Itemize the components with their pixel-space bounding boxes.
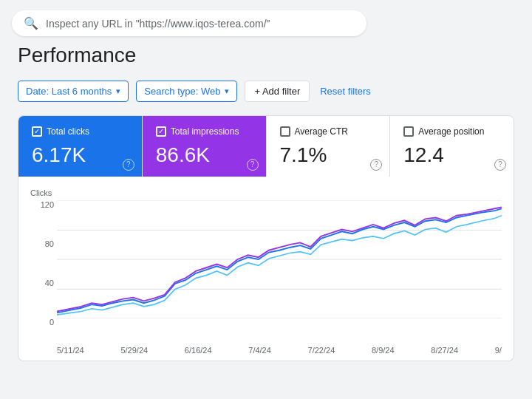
chart-canvas: 120 80 40 0: [30, 200, 502, 344]
filters-row: Date: Last 6 months ▾ Search type: Web ▾…: [18, 81, 514, 102]
metric-value-impressions: 86.6K: [156, 143, 253, 168]
metric-label-position: Average position: [418, 126, 484, 137]
metric-header-ctr: Average CTR: [280, 126, 377, 137]
metric-header-clicks: Total clicks: [32, 126, 129, 137]
help-icon-clicks[interactable]: ?: [123, 159, 134, 171]
x-tick-6: 8/9/24: [372, 346, 395, 355]
reset-filters-button[interactable]: Reset filters: [317, 81, 374, 101]
date-filter-button[interactable]: Date: Last 6 months ▾: [18, 81, 129, 102]
metric-checkbox-ctr[interactable]: [280, 126, 290, 137]
x-tick-8: 9/: [495, 346, 502, 355]
metric-card-average-ctr[interactable]: Average CTR 7.1% ?: [267, 116, 391, 177]
main-content: Performance Date: Last 6 months ▾ Search…: [0, 44, 532, 373]
chart-y-label: Clicks: [30, 188, 502, 197]
metric-value-position: 12.4: [403, 143, 500, 168]
search-icon: 🔍: [24, 16, 38, 30]
metric-checkbox-clicks[interactable]: [32, 126, 42, 137]
chevron-down-icon: ▾: [225, 86, 229, 96]
y-tick-40: 40: [45, 279, 54, 287]
help-icon-position[interactable]: ?: [494, 159, 506, 171]
y-tick-80: 80: [45, 239, 54, 248]
metric-card-average-position[interactable]: Average position 12.4 ?: [390, 116, 514, 177]
y-axis: 120 80 40 0: [30, 200, 57, 327]
metrics-row: Total clicks 6.17K ? Total impressions 8…: [18, 115, 514, 177]
add-filter-label: + Add filter: [254, 86, 300, 97]
x-tick-3: 6/16/24: [185, 346, 212, 355]
x-tick-7: 8/27/24: [431, 346, 458, 355]
metric-value-ctr: 7.1%: [280, 143, 377, 168]
chart-area: Clicks 120 80 40 0: [18, 177, 514, 361]
metric-checkbox-impressions[interactable]: [156, 126, 166, 137]
search-type-label: Search type: Web: [144, 86, 220, 97]
metric-label-ctr: Average CTR: [295, 126, 348, 137]
metric-checkbox-position[interactable]: [403, 126, 414, 137]
chevron-down-icon: ▾: [116, 86, 120, 96]
search-input-text[interactable]: Inspect any URL in "https://www.iqos-ter…: [46, 18, 270, 30]
metric-header-position: Average position: [403, 126, 500, 137]
metric-label-clicks: Total clicks: [47, 126, 89, 137]
y-tick-120: 120: [41, 200, 54, 209]
x-tick-4: 7/4/24: [248, 346, 271, 355]
help-icon-impressions[interactable]: ?: [247, 159, 259, 171]
line-chart-svg: [57, 200, 502, 318]
page-title: Performance: [18, 44, 514, 67]
search-bar[interactable]: 🔍 Inspect any URL in "https://www.iqos-t…: [12, 10, 366, 36]
metric-header-impressions: Total impressions: [156, 126, 253, 137]
metric-label-impressions: Total impressions: [171, 126, 239, 137]
metric-value-clicks: 6.17K: [32, 143, 129, 168]
x-tick-2: 5/29/24: [120, 346, 148, 355]
reset-filters-label: Reset filters: [320, 86, 371, 97]
add-filter-button[interactable]: + Add filter: [245, 81, 310, 102]
x-axis: 5/11/24 5/29/24 6/16/24 7/4/24 7/22/24 8…: [30, 346, 502, 361]
date-filter-label: Date: Last 6 months: [26, 86, 112, 97]
search-bar-area: 🔍 Inspect any URL in "https://www.iqos-t…: [0, 0, 532, 44]
x-tick-5: 7/22/24: [308, 346, 335, 355]
y-tick-0: 0: [50, 318, 54, 327]
help-icon-ctr[interactable]: ?: [370, 159, 382, 171]
search-type-filter-button[interactable]: Search type: Web ▾: [136, 81, 237, 102]
metric-card-total-impressions[interactable]: Total impressions 86.6K ?: [143, 116, 267, 177]
metric-card-total-clicks[interactable]: Total clicks 6.17K ?: [18, 116, 143, 177]
x-tick-1: 5/11/24: [57, 346, 84, 355]
